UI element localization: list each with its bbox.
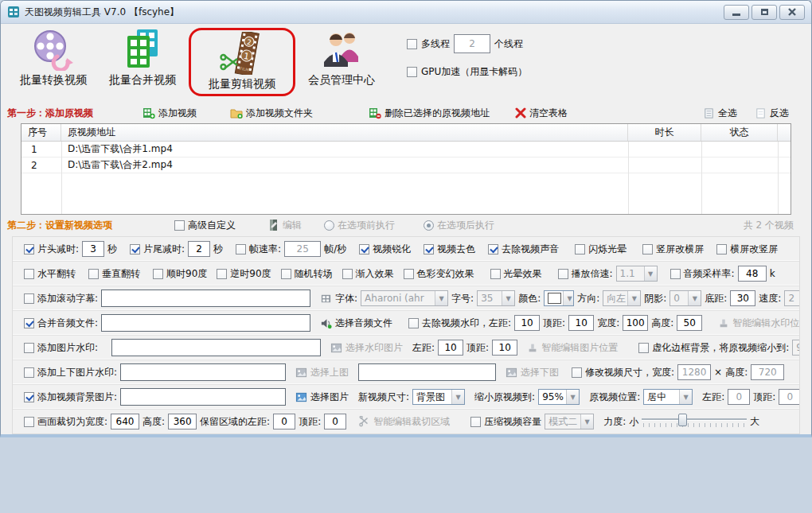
framerate-input[interactable]	[284, 241, 321, 257]
sharpen-checkbox[interactable]: 视频锐化	[359, 243, 411, 256]
column-header-index[interactable]: 序号	[21, 124, 61, 141]
image-watermark-checkbox[interactable]: 添加图片水印:	[24, 341, 98, 355]
desaturate-checkbox[interactable]: 视频去色	[424, 243, 475, 256]
sample-rate-input[interactable]	[738, 266, 767, 282]
bg-image-checkbox[interactable]: 添加视频背景图片:	[24, 391, 117, 404]
table-row[interactable]: 2 D:\迅雷下载\合并2.mp4	[21, 157, 791, 173]
remove-watermark-checkbox[interactable]: 去除视频水印，左距:	[408, 317, 511, 330]
compress-checkbox[interactable]: 压缩视频容量	[470, 415, 541, 429]
image-watermark-left-input[interactable]	[438, 340, 463, 356]
play-speed-dropdown[interactable]: 1.1▼	[616, 266, 658, 282]
crop-top-input[interactable]	[324, 414, 346, 429]
font-size-dropdown[interactable]: 35▼	[477, 290, 515, 306]
clear-table-button[interactable]: 清空表格	[515, 107, 568, 120]
pick-bottom-image-button[interactable]: 选择下图	[506, 366, 559, 379]
toolbar-item-batch-convert[interactable]: 批量转换视频	[9, 28, 98, 87]
flip-h-checkbox[interactable]: 水平翻转	[24, 267, 76, 281]
close-button[interactable]	[779, 5, 805, 20]
pick-audio-button[interactable]: 选择音频文件	[320, 317, 392, 330]
pick-watermark-image-button[interactable]: 选择水印图片	[330, 341, 403, 355]
framerate-checkbox[interactable]: 帧速率:	[236, 243, 281, 256]
table-row[interactable]: 1 D:\迅雷下载\合并1.mp4	[21, 142, 791, 157]
bottom-image-input[interactable]	[358, 363, 496, 381]
select-all-button[interactable]: 全选	[703, 107, 737, 120]
rotate-ccw-checkbox[interactable]: 逆时90度	[217, 267, 271, 281]
invert-select-button[interactable]: 反选	[755, 107, 789, 120]
image-watermark-top-input[interactable]	[492, 340, 517, 356]
merge-audio-checkbox[interactable]: 合并音频文件:	[24, 317, 98, 330]
thread-count-input[interactable]	[454, 34, 490, 53]
slider-thumb[interactable]	[678, 414, 687, 426]
play-speed-checkbox[interactable]: 播放倍速:	[558, 267, 613, 281]
rotate-cw-checkbox[interactable]: 顺时90度	[153, 267, 207, 281]
trim-tail-input[interactable]	[188, 241, 210, 257]
top-bottom-watermark-checkbox[interactable]: 添加上下图片水印:	[24, 366, 117, 379]
trim-head-checkbox[interactable]: 片头减时:	[24, 243, 79, 256]
shadow-dropdown[interactable]: 0▼	[670, 290, 701, 306]
compress-strength-slider[interactable]	[642, 414, 747, 429]
crop-left-input[interactable]	[273, 414, 295, 429]
add-folder-button[interactable]: 添加视频文件夹	[230, 107, 313, 120]
exec-before-radio[interactable]: 在选项前执行	[324, 219, 395, 232]
edit-button[interactable]: 编辑	[267, 219, 302, 232]
image-watermark-input[interactable]	[111, 339, 321, 356]
scroll-subtitle-checkbox[interactable]: 添加滚动字幕:	[24, 292, 98, 305]
pick-image-button[interactable]: 选择图片	[295, 391, 349, 404]
blur-border-dropdown[interactable]: 90%▼	[792, 340, 799, 356]
sample-rate-checkbox[interactable]: 音频采样率:	[670, 267, 735, 281]
mute-checkbox[interactable]: 去除视频声音	[488, 243, 559, 256]
resize-width-input[interactable]	[677, 364, 711, 380]
resize-height-input[interactable]	[751, 364, 784, 380]
exec-after-radio[interactable]: 在选项后执行	[424, 219, 494, 232]
remove-watermark-height-input[interactable]	[677, 315, 702, 331]
advanced-custom-checkbox[interactable]: 高级自定义	[174, 219, 236, 232]
scroll-speed-dropdown[interactable]: 2▼	[784, 290, 799, 306]
bg-left-input[interactable]	[728, 389, 750, 405]
new-size-dropdown[interactable]: 背景图▼	[412, 389, 465, 405]
smart-edit-image-button[interactable]: 智能编辑图片位置	[527, 341, 618, 355]
bg-top-input[interactable]	[779, 389, 799, 405]
gpu-checkbox[interactable]	[407, 67, 417, 77]
column-header-status[interactable]: 状态	[701, 124, 778, 141]
toolbar-item-batch-merge[interactable]: 批量合并视频	[98, 28, 187, 87]
column-header-duration[interactable]: 时长	[628, 124, 701, 141]
delete-selected-button[interactable]: 删除已选择的原视频地址	[369, 107, 490, 120]
position-dropdown[interactable]: 居中▼	[643, 389, 693, 405]
blur-border-checkbox[interactable]: 虚化边框背景，将原视频缩小到:	[638, 341, 789, 355]
crop-checkbox[interactable]: 画面裁切为宽度:	[24, 415, 107, 429]
color-dropdown[interactable]: ▼	[544, 290, 574, 306]
portrait-to-landscape-checkbox[interactable]: 竖屏改横屏	[642, 243, 704, 256]
landscape-to-portrait-checkbox[interactable]: 横屏改竖屏	[716, 243, 778, 256]
compress-mode-dropdown[interactable]: 模式二▼	[545, 414, 594, 429]
bottom-margin-input[interactable]	[730, 290, 755, 306]
pick-top-image-button[interactable]: 选择上图	[295, 366, 349, 379]
merge-audio-input[interactable]	[101, 314, 310, 332]
toolbar-item-batch-cut-highlighted[interactable]: 21FILM 批量剪辑视频	[189, 28, 295, 96]
toolbar-item-member-center[interactable]: 会员管理中心	[297, 28, 386, 87]
top-image-input[interactable]	[120, 363, 286, 381]
random-transition-checkbox[interactable]: 随机转场	[281, 267, 333, 281]
flicker-checkbox[interactable]: 闪烁光晕	[575, 243, 627, 256]
halo-fx-checkbox[interactable]: 光晕效果	[490, 267, 542, 281]
shrink-dropdown[interactable]: 95%▼	[538, 389, 580, 405]
bg-image-input[interactable]	[120, 388, 286, 406]
multithread-checkbox[interactable]	[407, 39, 417, 49]
remove-watermark-width-input[interactable]	[623, 315, 648, 331]
crop-width-input[interactable]	[111, 414, 139, 429]
direction-dropdown[interactable]: 向左▼	[603, 290, 641, 306]
fade-in-checkbox[interactable]: 渐入效果	[342, 267, 394, 281]
maximize-button[interactable]	[751, 5, 777, 20]
remove-watermark-left-input[interactable]	[514, 315, 540, 331]
trim-tail-checkbox[interactable]: 片尾减时:	[130, 243, 185, 256]
smart-edit-crop-button[interactable]: 智能编辑裁切区域	[359, 415, 450, 429]
trim-head-input[interactable]	[82, 241, 104, 257]
minimize-button[interactable]	[724, 5, 749, 20]
smart-edit-watermark-button[interactable]: 智能编辑水印位置	[718, 317, 799, 330]
scroll-subtitle-input[interactable]	[101, 290, 310, 307]
remove-watermark-top-input[interactable]	[568, 315, 594, 331]
crop-height-input[interactable]	[168, 414, 197, 429]
resize-checkbox[interactable]: 修改视频尺寸，宽度:	[572, 366, 674, 379]
color-fx-checkbox[interactable]: 色彩变幻效果	[404, 267, 474, 281]
column-header-path[interactable]: 原视频地址	[61, 124, 628, 141]
add-video-button[interactable]: 添加视频	[142, 107, 197, 120]
